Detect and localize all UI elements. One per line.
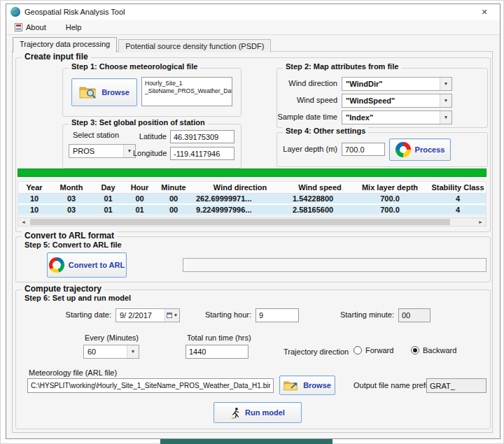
select-station-select[interactable]: PROS ▼ — [69, 144, 136, 158]
total-run-time-field[interactable] — [186, 345, 248, 359]
grid-header-month[interactable]: Month — [50, 182, 92, 194]
grid-hscrollbar[interactable]: ◄ ► — [18, 217, 486, 227]
grid-header-mix-layer-depth[interactable]: Mix layer depth — [351, 182, 428, 194]
grid-cell: 01 — [92, 204, 124, 215]
starting-date-picker[interactable]: 9/ 2/2017 ▼ — [115, 308, 180, 322]
browse-met-file-button[interactable]: Browse — [71, 78, 137, 106]
close-icon[interactable]: ✕ — [473, 5, 496, 19]
grid-cell: 01 — [124, 204, 155, 215]
grid-cell: 262.69999971... — [192, 194, 288, 205]
scrollbar-track[interactable] — [29, 218, 475, 226]
longitude-label: Longitude — [133, 149, 167, 157]
met-file-name-line2: _SiteName_PROS_Weather_Data.csv — [145, 87, 229, 95]
grid-header-day[interactable]: Day — [92, 182, 124, 194]
step4-title: Step 4: Other settings — [283, 127, 368, 135]
menu-help[interactable]: Help — [63, 22, 85, 33]
met-file-arl-field[interactable] — [27, 378, 274, 393]
scroll-right-icon[interactable]: ► — [475, 218, 486, 226]
scrollbar-thumb[interactable] — [30, 219, 450, 225]
create-input-file-group: Create input file Step 1: Choose meteoro… — [15, 57, 491, 232]
step1-title: Step 1: Choose meteorological file — [69, 62, 200, 71]
grid-header-minute[interactable]: Minute — [155, 182, 192, 194]
grid-cell: 00 — [124, 194, 155, 205]
weather-data-grid: Year Month Day Hour Minute Wind directio… — [18, 181, 486, 216]
grid-cell: 2.58165600 — [288, 204, 351, 215]
menu-about[interactable]: About — [12, 22, 49, 33]
forward-radio[interactable]: Forward — [354, 346, 393, 355]
grid-header-stability-class[interactable]: Stability Class — [428, 182, 486, 194]
runner-icon — [230, 407, 241, 419]
convert-progress-bar — [183, 258, 486, 272]
step3-title: Step 3: Set global position of station — [69, 118, 208, 127]
grid-row-2[interactable]: 10 03 01 01 00 9.2249997996... 2.5816560… — [18, 204, 486, 215]
step4-group: Step 4: Other settings Layer depth (m) P… — [276, 132, 488, 167]
latitude-label: Latitude — [136, 132, 167, 141]
output-prefix-field[interactable] — [426, 378, 486, 393]
starting-hour-field[interactable] — [255, 308, 299, 322]
run-model-button[interactable]: Run model — [214, 402, 302, 423]
grid-cell: 01 — [92, 194, 124, 205]
scroll-left-icon[interactable]: ◄ — [18, 218, 29, 226]
grid-header-row: Year Month Day Hour Minute Wind directio… — [18, 182, 486, 194]
grid-cell: 00 — [155, 194, 192, 205]
chevron-down-icon: ▼ — [127, 345, 139, 358]
starting-minute-field[interactable] — [398, 308, 430, 322]
wind-speed-select[interactable]: "WindSpeed" ▼ — [342, 94, 452, 108]
latitude-field[interactable] — [170, 130, 234, 143]
wind-direction-value: "WindDir" — [342, 80, 440, 88]
every-minutes-label: Every (Minutes) — [85, 334, 139, 342]
menu-about-label: About — [26, 23, 46, 31]
process-button[interactable]: Process — [389, 138, 451, 161]
grid-cell: 9.2249997996... — [192, 204, 288, 215]
backward-radio[interactable]: Backward — [411, 346, 456, 355]
backward-label: Backward — [423, 346, 456, 355]
tab-psdf[interactable]: Potential source density function (PSDF) — [118, 39, 271, 52]
starting-minute-label: Starting minute: — [335, 310, 394, 319]
grid-cell: 700.0 — [351, 204, 428, 215]
app-window: Geospatial Risk Analysis Tool ✕ About He… — [6, 3, 500, 439]
every-minutes-select[interactable]: 60 ▼ — [83, 345, 139, 359]
wind-speed-value: "WindSpeed" — [342, 96, 440, 105]
grid-header-wind-speed[interactable]: Wind speed — [288, 182, 351, 194]
folder-arrow-icon — [284, 380, 299, 392]
create-input-file-title: Create input file — [22, 52, 91, 62]
tab-strip: Trajectory data processing Potential sou… — [13, 37, 271, 52]
grid-header-wind-direction[interactable]: Wind direction — [192, 182, 288, 194]
tab-trajectory-data-processing[interactable]: Trajectory data processing — [13, 37, 117, 52]
forward-label: Forward — [365, 346, 393, 355]
longitude-field[interactable] — [170, 147, 234, 160]
chevron-down-icon: ▼ — [440, 111, 451, 124]
browse-arl-button[interactable]: Browse — [279, 375, 335, 395]
grid-cell: 4 — [428, 204, 486, 215]
chevron-down-icon: ▼ — [440, 94, 451, 107]
tab-page: Create input file Step 1: Choose meteoro… — [12, 51, 493, 433]
wind-direction-label: Wind direction — [277, 79, 337, 87]
grid-cell: 03 — [50, 204, 92, 215]
grid-cell: 1.54228800 — [288, 194, 351, 205]
process-pinwheel-icon — [396, 142, 411, 157]
starting-date-label: Starting date: — [51, 310, 111, 319]
grid-row-1[interactable]: 10 03 01 00 00 262.69999971... 1.5422880… — [18, 194, 486, 205]
wind-speed-label: Wind speed — [277, 96, 337, 104]
every-minutes-value: 60 — [84, 348, 127, 356]
about-icon — [15, 23, 22, 31]
browse-arl-label: Browse — [303, 381, 331, 389]
grid-cell: 4 — [428, 194, 486, 205]
radio-circle-icon — [411, 346, 419, 355]
compute-trajectory-group: Compute trajectory Step 6: Set up and ru… — [15, 289, 491, 429]
grid-header-year[interactable]: Year — [18, 182, 50, 194]
screenshot-frame: Geospatial Risk Analysis Tool ✕ About He… — [0, 0, 504, 444]
chevron-down-icon: ▼ — [174, 313, 178, 318]
step6-title: Step 6: Set up and run model — [24, 294, 131, 302]
convert-to-arl-title: Convert to ARL format — [22, 231, 117, 241]
calendar-icon[interactable]: ▼ — [164, 309, 179, 322]
convert-to-arl-button[interactable]: Convert to ARL — [47, 252, 127, 278]
select-station-label: Select station — [73, 131, 119, 139]
step2-group: Step 2: Map attributes from file Wind di… — [276, 68, 488, 128]
grid-cell: 700.0 — [351, 194, 428, 205]
sample-date-time-select[interactable]: "Index" ▼ — [342, 110, 452, 124]
starting-date-value: 9/ 2/2017 — [116, 311, 164, 320]
wind-direction-select[interactable]: "WindDir" ▼ — [342, 77, 452, 91]
grid-header-hour[interactable]: Hour — [124, 182, 155, 194]
layer-depth-field[interactable] — [342, 143, 385, 156]
